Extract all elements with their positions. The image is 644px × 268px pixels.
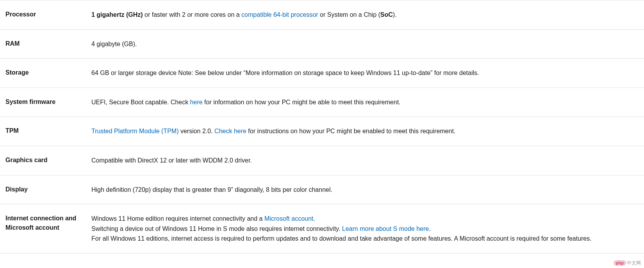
spec-bold-text: SoC	[380, 11, 393, 18]
spec-text: or faster with 2 or more cores on a	[143, 11, 242, 18]
spec-label: System firmware	[5, 97, 91, 107]
spec-text: UEFI, Secure Boot capable. Check	[91, 99, 190, 105]
spec-text: or System on a Chip (	[318, 11, 380, 18]
spec-text: for instructions on how your PC might be…	[246, 128, 455, 134]
spec-text: .	[313, 215, 315, 222]
spec-bold-text: 1 gigahertz (GHz)	[91, 11, 143, 18]
spec-link[interactable]: compatible 64-bit processor	[241, 11, 318, 18]
spec-text: Compatible with DirectX 12 or later with…	[91, 157, 252, 164]
spec-link[interactable]: Learn more about S mode here	[342, 225, 429, 232]
spec-row: RAM4 gigabyte (GB).	[0, 30, 644, 59]
spec-row: Internet connection and Microsoft accoun…	[0, 204, 644, 254]
spec-value: UEFI, Secure Boot capable. Check here fo…	[91, 97, 644, 107]
spec-label: Graphics card	[5, 155, 91, 165]
spec-label: Storage	[5, 68, 91, 77]
spec-row: Processor1 gigahertz (GHz) or faster wit…	[0, 0, 644, 30]
spec-value: Compatible with DirectX 12 or later with…	[91, 155, 644, 166]
spec-text: 4 gigabyte (GB).	[91, 41, 137, 47]
spec-link[interactable]: Microsoft account	[264, 215, 313, 222]
spec-row: DisplayHigh definition (720p) display th…	[0, 175, 644, 205]
spec-text: ).	[393, 11, 397, 18]
spec-row: Storage64 GB or larger storage device No…	[0, 59, 644, 88]
spec-link[interactable]: Trusted Platform Module (TPM)	[91, 128, 178, 134]
spec-value: 4 gigabyte (GB).	[91, 39, 644, 49]
spec-row: Graphics cardCompatible with DirectX 12 …	[0, 146, 644, 175]
spec-value: 1 gigahertz (GHz) or faster with 2 or mo…	[91, 10, 644, 20]
spec-text: High definition (720p) display that is g…	[91, 186, 332, 193]
spec-row: TPMTrusted Platform Module (TPM) version…	[0, 117, 644, 146]
spec-value: Windows 11 Home edition requires interne…	[91, 214, 644, 244]
spec-label: Internet connection and Microsoft accoun…	[5, 214, 91, 232]
spec-value: High definition (720p) display that is g…	[91, 185, 644, 195]
spec-link[interactable]: Check here	[214, 128, 246, 134]
spec-label: Display	[5, 185, 91, 194]
spec-label: RAM	[5, 39, 91, 48]
spec-text: for information on how your PC might be …	[203, 99, 401, 105]
spec-value: 64 GB or larger storage device Note: See…	[91, 68, 644, 78]
spec-text: .	[429, 225, 430, 232]
spec-row: System firmwareUEFI, Secure Boot capable…	[0, 88, 644, 117]
spec-link[interactable]: here	[190, 99, 203, 105]
spec-label: TPM	[5, 126, 91, 136]
spec-text: Windows 11 Home edition requires interne…	[91, 215, 264, 222]
spec-text: Switching a device out of Windows 11 Hom…	[91, 225, 342, 232]
spec-value: Trusted Platform Module (TPM) version 2.…	[91, 126, 644, 136]
spec-text: For all Windows 11 editions, internet ac…	[91, 235, 592, 242]
spec-label: Processor	[5, 10, 91, 19]
spec-text: 64 GB or larger storage device Note: See…	[91, 70, 479, 76]
specs-table: Processor1 gigahertz (GHz) or faster wit…	[0, 0, 644, 254]
spec-text: version 2.0.	[178, 128, 214, 134]
